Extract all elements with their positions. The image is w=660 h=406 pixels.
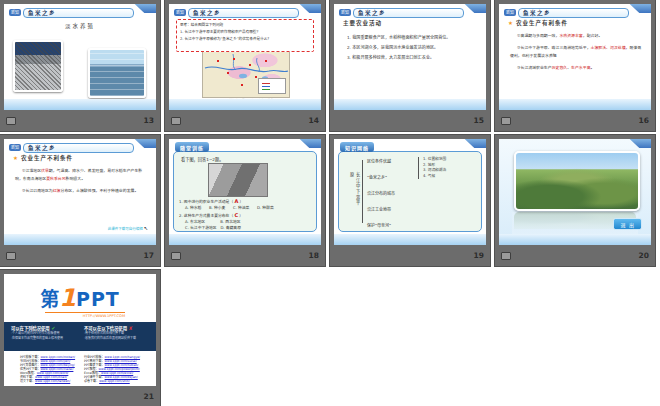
watermark-text: 此课件下载可自行编辑↖: [108, 225, 148, 231]
thumbnail-strip: 19: [330, 245, 490, 266]
slide-thumbnail-20[interactable]: 退 出 20: [495, 135, 655, 266]
slide-number: 13: [144, 116, 154, 125]
footer-links: PPT模板下载：www.1ppt.com/moban/ 节日PPT模板：www.…: [4, 355, 156, 383]
star-icon: ★: [13, 155, 19, 161]
slide-thumbnail-13[interactable]: 新知 鱼米之乡 淡水养殖 13: [0, 0, 160, 131]
footer-band: [499, 234, 651, 245]
footer-band: [4, 99, 156, 110]
slide-thumbnail-18[interactable]: 随堂训练 看下图，回答1~2题。 1. 图中进行的农业生产活动是（ A ） A.…: [165, 135, 325, 266]
slide-number: 21: [144, 392, 154, 401]
map-legend: [258, 78, 286, 94]
header-badge: 新知: [9, 144, 21, 151]
condition-item: ②长江以南地区为红壤分布区，土壤酸性强，不利于种植业的发展。: [15, 187, 149, 195]
question-2-options-row2: C. 长江中下游地区 D. 青藏高原: [179, 225, 312, 231]
mindmap-bracket: [362, 160, 363, 223]
section-badge: 随堂训练: [175, 142, 209, 152]
corner-fold-decoration: [295, 139, 321, 148]
slide-thumbnail-16[interactable]: 新知 鱼米之乡 ★农业生产有利条件 ①高温期与多雨期一致，水热资源丰富，配合好。…: [495, 0, 655, 131]
header-badge: 新知: [9, 9, 21, 16]
footer-link: 试卷下载：www.1ppt.com/shiti/: [84, 379, 140, 383]
terraced-hills-photo: [514, 151, 640, 211]
slide-number: 14: [309, 116, 319, 125]
question-box: 思考：结合图回答下列问题 1. 长江中下游平原主要的农作物和农产品有哪些？ 2.…: [176, 19, 314, 52]
slide-title: ★农业生产不利条件: [13, 154, 73, 162]
thumbnail-strip: 20: [495, 245, 655, 266]
slide-title: ★农业生产有利条件: [508, 19, 568, 27]
mindmap-leaf: 1. 位置和范围: [423, 157, 446, 163]
slide-21-preview: 第1PPT HTTP://WWW.1PPT.COM 可以在下列情况使用 ✔ ·个…: [4, 274, 156, 386]
fish-harvest-photo: [13, 40, 63, 92]
transition-icon: [171, 117, 181, 125]
cursor-icon: ↖: [144, 225, 148, 231]
1ppt-url: HTTP://WWW.1PPT.COM: [45, 312, 125, 318]
thumbnail-strip: 13: [0, 110, 160, 131]
content-panel: 看下图，回答1~2题。 1. 图中进行的农业生产活动是（ A ） A. 种水稻 …: [173, 151, 317, 232]
cross-icon: ✘: [128, 325, 132, 331]
slide-heading: 淡水养殖: [4, 22, 156, 30]
transition-icon: [6, 117, 16, 125]
mindmap-leaf: 4. 气候: [423, 174, 446, 180]
slide-14-preview: 新知 鱼米之乡 思考：结合图回答下列问题 1. 长江中下游平原主要的农作物和农产…: [169, 4, 321, 110]
corner-fold-decoration: [460, 139, 486, 148]
question-1: 1. 长江中下游平原主要的农作物和农产品有哪些？: [180, 29, 310, 36]
exit-button[interactable]: 退 出: [613, 218, 642, 230]
license-denied: 不可以在以下情况使用 ✘ ·用于任何形式的在线付费下载 ·收集我们的作品后在其他…: [84, 325, 149, 348]
content-panel: 长江中下游平原 区位条件优越 “鱼米之乡” 沿江分布的城市 沿江工业地带 保护“…: [338, 151, 482, 232]
header-badge: 新知: [339, 9, 351, 16]
slide-19-preview: 知识网络 长江中下游平原 区位条件优越 “鱼米之乡” 沿江分布的城市 沿江工业地…: [334, 139, 486, 245]
slide-number: 20: [639, 251, 649, 260]
header-badge: 新知: [174, 9, 186, 16]
slide-sorter-grid: 新知 鱼米之乡 淡水养殖 13 新知 鱼米之乡 思考：结合图回答下列问题 1. …: [0, 0, 660, 406]
thumbnail-strip: 18: [165, 245, 325, 266]
aquaculture-pond-photo: [88, 48, 146, 98]
mindmap-branch: 沿江工业地带: [367, 206, 413, 212]
list-item: 2. 本区河湖众多，是我国淡水渔业最发达的地区。: [347, 43, 478, 53]
slide-thumbnail-19[interactable]: 知识网络 长江中下游平原 区位条件优越 “鱼米之乡” 沿江分布的城市 沿江工业地…: [330, 135, 490, 266]
exercise-intro: 看下图，回答1~2题。: [181, 156, 223, 162]
slide-18-preview: 随堂训练 看下图，回答1~2题。 1. 图中进行的农业生产活动是（ A ） A.…: [169, 139, 321, 245]
license-allowed: 可以在下列情况使用 ✔ ·个人或公司制作PPT时作为模板使用 ·在保留本作品完整…: [11, 325, 76, 348]
mindmap-root: 长江中下游平原: [348, 172, 360, 212]
footer-band: [334, 99, 486, 110]
footer-band: [499, 99, 651, 110]
condition-item: ②长江中下游平原、珠江三角洲地势低平，土壤肥沃、河汊纵横，既灌溉便利，也利于发展…: [510, 44, 644, 60]
transition-icon: [6, 252, 16, 260]
mindmap-branch: 区位条件优越: [367, 158, 413, 164]
condition-item: ①高温期与多雨期一致，水热资源丰富，配合好。: [510, 32, 644, 40]
lesson-title: 鱼米之乡: [28, 9, 56, 17]
thumbnail-strip: 15: [330, 110, 490, 131]
slide-number: 19: [474, 251, 484, 260]
footer-band: [169, 99, 321, 110]
slide-thumbnail-17[interactable]: 新知 鱼米之乡 ★农业生产不利条件 ①江淮地区伏旱期，气温高、降水少、蒸发旺盛，…: [0, 135, 160, 266]
thumbnail-strip: 21: [0, 386, 160, 406]
transition-icon: [501, 252, 511, 260]
mindmap-bracket: [418, 157, 419, 179]
question-1-options: A. 种水稻 B. 种小麦 C. 种油菜 D. 种甜菜: [179, 205, 312, 211]
lesson-title: 鱼米之乡: [28, 144, 56, 152]
lesson-title: 鱼米之乡: [193, 9, 221, 17]
mindmap-branch: “鱼米之乡”: [367, 174, 413, 180]
slide-title: 主要农业活动: [343, 19, 382, 27]
list-item: 3. 积极开展多种经营，大力发展出口创汇农业。: [347, 53, 478, 63]
thumbnail-strip: 16: [495, 110, 655, 131]
slide-number: 16: [639, 116, 649, 125]
slide-20-preview: 退 出: [499, 139, 651, 245]
header-badge: 新知: [504, 9, 516, 16]
condition-item: ③长江流域农业生产历史悠久、生产水平高。: [510, 64, 644, 72]
question-2: 2. 长江中下游平原被称为“鱼米之乡”的优势条件是什么？: [180, 36, 310, 43]
list-item: 1. 我国重要粮食产区，水稻种植面积和产量居全国首位。: [347, 33, 478, 43]
lesson-title-pill: 鱼米之乡: [23, 143, 134, 153]
slide-13-preview: 新知 鱼米之乡 淡水养殖: [4, 4, 156, 110]
license-band: 可以在下列情况使用 ✔ ·个人或公司制作PPT时作为模板使用 ·在保留本作品完整…: [4, 322, 156, 351]
slide-thumbnail-15[interactable]: 新知 鱼米之乡 主要农业活动 1. 我国重要粮食产区，水稻种植面积和产量居全国首…: [330, 0, 490, 131]
footer-band: [4, 234, 156, 245]
slide-thumbnail-14[interactable]: 新知 鱼米之乡 思考：结合图回答下列问题 1. 长江中下游平原主要的农作物和农产…: [165, 0, 325, 131]
slide-thumbnail-21[interactable]: 第1PPT HTTP://WWW.1PPT.COM 可以在下列情况使用 ✔ ·个…: [0, 270, 160, 406]
transition-icon: [171, 252, 181, 260]
section-badge: 知识网络: [340, 142, 374, 152]
question-2-options-row1: A. 东北地区 B. 西北地区: [179, 219, 312, 225]
rice-paddy-photo: [208, 163, 268, 197]
lesson-title-pill: 鱼米之乡: [518, 8, 629, 18]
slide-15-preview: 新知 鱼米之乡 主要农业活动 1. 我国重要粮食产区，水稻种植面积和产量居全国首…: [334, 4, 486, 110]
star-icon: ★: [508, 20, 514, 26]
